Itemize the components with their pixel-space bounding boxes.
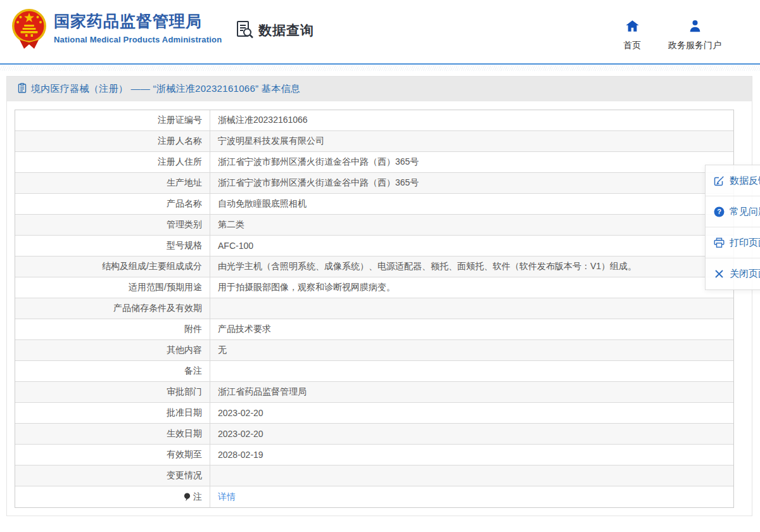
table-row: 注册人名称宁波明星科技发展有限公司 xyxy=(15,131,733,152)
page: 国家药品监督管理局 National Medical Products Admi… xyxy=(0,0,760,532)
row-label: 适用范围/预期用途 xyxy=(15,277,210,298)
page-title: 境内医疗器械（注册） —— “浙械注准20232161066” 基本信息 xyxy=(31,83,300,95)
row-label: 生产地址 xyxy=(15,173,210,193)
row-value: AFC-100 xyxy=(210,236,733,256)
brand-title-en: National Medical Products Administration xyxy=(54,35,222,44)
question-icon: ? xyxy=(714,206,725,217)
row-label: 其他内容 xyxy=(15,340,210,360)
data-query-label: 数据查询 xyxy=(258,22,314,39)
national-emblem-icon xyxy=(11,8,48,53)
detail-card: 境内医疗器械（注册） —— “浙械注准20232161066” 基本信息 注册证… xyxy=(6,76,752,516)
row-value: 2028-02-19 xyxy=(210,445,733,465)
table-row: 变更情况 xyxy=(15,466,733,486)
table-row: 其他内容无 xyxy=(15,340,733,361)
row-value: 浙江省宁波市鄞州区潘火街道金谷中路（西）365号 xyxy=(210,173,733,193)
row-value: 产品技术要求 xyxy=(210,319,733,339)
row-label: 备注 xyxy=(15,361,210,381)
row-value: 2023-02-20 xyxy=(210,403,733,423)
row-label: 注 xyxy=(15,486,210,507)
row-value: 由光学主机（含照明系统、成像系统）、电源适配器、额托、面颊托、软件（软件发布版本… xyxy=(210,256,733,277)
row-value: 2023-02-20 xyxy=(210,424,733,444)
row-value xyxy=(210,361,733,381)
row-value: 浙江省宁波市鄞州区潘火街道金谷中路（西）365号 xyxy=(210,152,733,172)
table-row: 型号规格AFC-100 xyxy=(15,236,733,256)
close-icon xyxy=(714,269,725,279)
print-icon xyxy=(714,238,725,248)
row-value: 自动免散瞳眼底照相机 xyxy=(210,194,733,214)
nav-portal-label: 政务服务门户 xyxy=(668,40,721,51)
home-icon xyxy=(625,19,640,35)
brand-title-cn: 国家药品监督管理局 xyxy=(54,11,222,32)
side-panel: 数据反馈?常见问题打印页面关闭页面 xyxy=(705,165,760,290)
table-row: 适用范围/预期用途用于拍摄眼部图像，观察和诊断视网膜病变。 xyxy=(15,277,733,298)
table-row: 产品名称自动免散瞳眼底照相机 xyxy=(15,194,733,215)
row-label: 批准日期 xyxy=(15,403,210,423)
nav-home-label: 首页 xyxy=(623,40,641,51)
brand-text: 国家药品监督管理局 National Medical Products Admi… xyxy=(54,11,222,44)
row-value: 浙江省药品监督管理局 xyxy=(210,382,733,402)
row-label: 产品储存条件及有效期 xyxy=(15,298,210,319)
row-value: 用于拍摄眼部图像，观察和诊断视网膜病变。 xyxy=(210,277,733,298)
table-row: 审批部门浙江省药品监督管理局 xyxy=(15,382,733,403)
row-label: 管理类别 xyxy=(15,215,210,235)
header-divider xyxy=(0,63,760,65)
site-header: 国家药品监督管理局 National Medical Products Admi… xyxy=(0,0,760,63)
breadcrumb: 境内医疗器械（注册） —— “浙械注准20232161066” 基本信息 xyxy=(7,77,752,101)
svg-text:?: ? xyxy=(717,208,721,215)
panel-item-label: 打印页面 xyxy=(730,237,760,249)
data-query-section[interactable]: 数据查询 xyxy=(235,20,314,41)
row-label: 附件 xyxy=(15,319,210,339)
portal-user-icon xyxy=(688,19,702,35)
panel-item-label: 关闭页面 xyxy=(730,268,760,280)
row-value: 浙械注准20232161066 xyxy=(210,110,733,130)
row-label: 变更情况 xyxy=(15,466,210,486)
row-label: 型号规格 xyxy=(15,236,210,256)
note-icon xyxy=(184,493,191,502)
feedback-icon xyxy=(714,175,725,186)
row-label: 生效日期 xyxy=(15,424,210,444)
panel-item-label: 常见问题 xyxy=(730,206,760,218)
table-row: 生产地址浙江省宁波市鄞州区潘火街道金谷中路（西）365号 xyxy=(15,173,733,194)
row-value xyxy=(210,298,733,319)
table-row: 结构及组成/主要组成成分由光学主机（含照明系统、成像系统）、电源适配器、额托、面… xyxy=(15,256,733,277)
detail-link[interactable]: 详情 xyxy=(218,491,236,503)
panel-item-打印页面[interactable]: 打印页面 xyxy=(706,227,760,258)
panel-item-常见问题[interactable]: ?常见问题 xyxy=(706,196,760,227)
header-divider-texture xyxy=(0,65,760,71)
row-label: 结构及组成/主要组成成分 xyxy=(15,256,210,277)
row-label: 注册人住所 xyxy=(15,152,210,172)
panel-item-label: 数据反馈 xyxy=(730,175,760,187)
row-label: 注册人名称 xyxy=(15,131,210,151)
row-value: 第二类 xyxy=(210,215,733,235)
document-search-icon xyxy=(235,20,254,41)
table-row: 批准日期2023-02-20 xyxy=(15,403,733,424)
panel-item-数据反馈[interactable]: 数据反馈 xyxy=(706,165,760,196)
table-row: 注册人住所浙江省宁波市鄞州区潘火街道金谷中路（西）365号 xyxy=(15,152,733,173)
nav-portal[interactable]: 政务服务门户 xyxy=(657,19,732,51)
nav-home[interactable]: 首页 xyxy=(616,19,649,51)
panel-item-关闭页面[interactable]: 关闭页面 xyxy=(706,258,760,289)
row-label: 注册证编号 xyxy=(15,110,210,130)
row-value xyxy=(210,466,733,486)
row-value: 无 xyxy=(210,340,733,360)
site-logo[interactable] xyxy=(11,8,48,53)
row-label: 有效期至 xyxy=(15,445,210,465)
table-row: 附件产品技术要求 xyxy=(15,319,733,340)
clipboard-icon xyxy=(18,83,27,96)
info-table: 注册证编号浙械注准20232161066注册人名称宁波明星科技发展有限公司注册人… xyxy=(15,110,734,508)
table-row: 生效日期2023-02-20 xyxy=(15,424,733,445)
table-row: 产品储存条件及有效期 xyxy=(15,298,733,319)
table-row: 备注 xyxy=(15,361,733,382)
row-value: 详情 xyxy=(210,486,733,507)
row-label: 审批部门 xyxy=(15,382,210,402)
table-row: 注册证编号浙械注准20232161066 xyxy=(15,110,733,131)
row-label: 产品名称 xyxy=(15,194,210,214)
table-row: 注详情 xyxy=(15,486,733,507)
row-value: 宁波明星科技发展有限公司 xyxy=(210,131,733,151)
table-row: 有效期至2028-02-19 xyxy=(15,445,733,466)
table-row: 管理类别第二类 xyxy=(15,215,733,236)
